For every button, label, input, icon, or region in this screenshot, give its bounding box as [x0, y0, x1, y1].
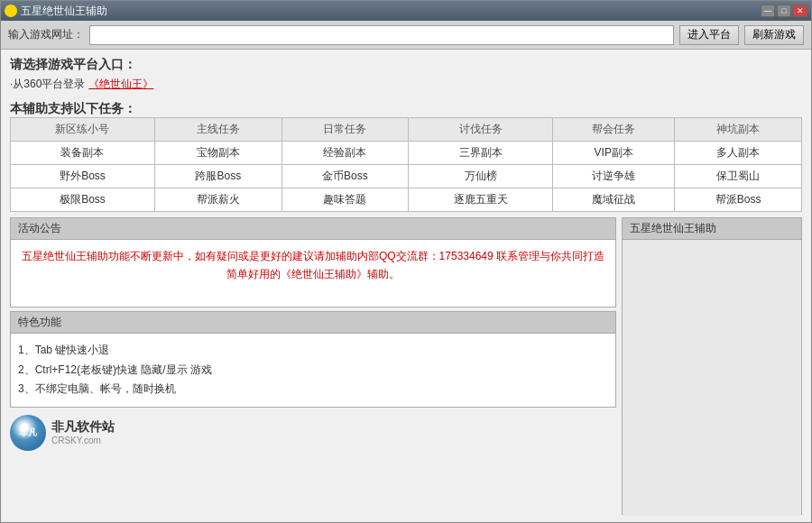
table-cell: 神坑副本 — [675, 118, 802, 142]
table-cell: 趣味答题 — [281, 188, 409, 212]
feature-item: 2、Ctrl+F12(老板键)快速 隐藏/显示 游戏 — [18, 361, 608, 381]
table-cell: 主线任务 — [154, 118, 281, 142]
logo-area: 非凡 非凡软件站 CRSKY.com — [10, 411, 616, 454]
table-cell: 金币Boss — [281, 165, 409, 188]
window-title: 五星绝世仙王辅助 — [21, 4, 107, 19]
table-cell: 宝物副本 — [154, 142, 281, 165]
table-row: 装备副本宝物副本经验副本三界副本VIP副本多人副本 — [11, 142, 802, 165]
feature-panel: 特色功能 1、Tab 键快速小退2、Ctrl+F12(老板键)快速 隐藏/显示 … — [10, 311, 616, 408]
refresh-game-button[interactable]: 刷新游戏 — [744, 25, 804, 45]
logo-main-text: 非凡软件站 — [51, 419, 115, 436]
table-row: 极限Boss帮派薪火趣味答题逐鹿五重天魔域征战帮派Boss — [11, 188, 802, 212]
table-cell: 帮派Boss — [675, 188, 802, 212]
activity-text: 五星绝世仙王辅助功能不断更新中，如有疑问或是更好的建议请加辅助内部QQ交流群：1… — [18, 247, 608, 284]
support-heading: 本辅助支持以下任务： — [10, 101, 802, 117]
title-bar-left: 五星绝世仙王辅助 — [5, 4, 107, 19]
table-cell: VIP副本 — [553, 142, 675, 165]
app-icon — [5, 5, 17, 17]
table-cell: 逐鹿五重天 — [409, 188, 553, 212]
window-controls: — □ ✕ — [761, 5, 807, 17]
feature-item: 1、Tab 键快速小退 — [18, 341, 608, 361]
activity-header: 活动公告 — [11, 218, 615, 240]
logo-sub-text: CRSKY.com — [51, 436, 115, 445]
table-cell: 野外Boss — [11, 165, 155, 188]
feature-header: 特色功能 — [11, 312, 615, 334]
bottom-area: 活动公告 五星绝世仙王辅助功能不断更新中，如有疑问或是更好的建议请加辅助内部QQ… — [10, 217, 802, 515]
title-bar: 五星绝世仙王辅助 — □ ✕ — [1, 1, 811, 21]
table-row: 野外Boss跨服Boss金币Boss万仙榜讨逆争雄保卫蜀山 — [11, 165, 802, 188]
activity-body: 五星绝世仙王辅助功能不断更新中，如有疑问或是更好的建议请加辅助内部QQ交流群：1… — [11, 240, 615, 291]
table-cell: 极限Boss — [11, 188, 155, 212]
table-cell: 保卫蜀山 — [675, 165, 802, 188]
close-button[interactable]: ✕ — [793, 5, 807, 17]
platform-section: 请选择游戏平台入口： ·从360平台登录 《绝世仙王》 — [10, 57, 802, 92]
logo-symbol: 非凡 — [19, 427, 37, 439]
table-cell: 帮会任务 — [553, 118, 675, 142]
left-panel: 活动公告 五星绝世仙王辅助功能不断更新中，如有疑问或是更好的建议请加辅助内部QQ… — [10, 217, 616, 515]
bullet-icon: ·从360平台登录 — [10, 77, 85, 92]
table-row: 新区练小号主线任务日常任务讨伐任务帮会任务神坑副本 — [11, 118, 802, 142]
table-cell: 多人副本 — [675, 142, 802, 165]
right-panel: 五星绝世仙王辅助 — [622, 217, 802, 515]
table-cell: 三界副本 — [409, 142, 553, 165]
toolbar: 输入游戏网址： 进入平台 刷新游戏 — [1, 21, 811, 50]
main-content: 请选择游戏平台入口： ·从360平台登录 《绝世仙王》 本辅助支持以下任务： 新… — [1, 50, 811, 522]
enter-platform-button[interactable]: 进入平台 — [679, 25, 739, 45]
table-cell: 帮派薪火 — [154, 188, 281, 212]
url-input[interactable] — [89, 25, 674, 45]
right-panel-section: 五星绝世仙王辅助 — [622, 217, 802, 515]
url-label: 输入游戏网址： — [8, 27, 84, 42]
table-cell: 讨伐任务 — [409, 118, 553, 142]
logo-icon: 非凡 — [10, 415, 46, 451]
activity-panel: 活动公告 五星绝世仙王辅助功能不断更新中，如有疑问或是更好的建议请加辅助内部QQ… — [10, 217, 616, 307]
platform-link[interactable]: 《绝世仙王》 — [88, 77, 153, 92]
table-cell: 讨逆争雄 — [553, 165, 675, 188]
feature-item: 3、不绑定电脑、帐号，随时换机 — [18, 380, 608, 399]
platform-heading: 请选择游戏平台入口： — [10, 57, 802, 73]
feature-body: 1、Tab 键快速小退2、Ctrl+F12(老板键)快速 隐藏/显示 游戏3、不… — [11, 334, 615, 407]
main-window: 五星绝世仙王辅助 — □ ✕ 输入游戏网址： 进入平台 刷新游戏 请选择游戏平台… — [0, 0, 812, 523]
minimize-button[interactable]: — — [761, 5, 775, 17]
table-cell: 装备副本 — [11, 142, 155, 165]
table-cell: 新区练小号 — [11, 118, 155, 142]
maximize-button[interactable]: □ — [777, 5, 791, 17]
logo-text-block: 非凡软件站 CRSKY.com — [51, 419, 115, 445]
task-table: 新区练小号主线任务日常任务讨伐任务帮会任务神坑副本装备副本宝物副本经验副本三界副… — [10, 117, 802, 212]
feature-list: 1、Tab 键快速小退2、Ctrl+F12(老板键)快速 隐藏/显示 游戏3、不… — [18, 341, 608, 399]
table-cell: 跨服Boss — [154, 165, 281, 188]
right-panel-body — [623, 240, 801, 516]
table-cell: 日常任务 — [281, 118, 409, 142]
right-panel-header: 五星绝世仙王辅助 — [623, 218, 801, 240]
table-cell: 经验副本 — [281, 142, 409, 165]
table-cell: 魔域征战 — [553, 188, 675, 212]
support-section: 本辅助支持以下任务： 新区练小号主线任务日常任务讨伐任务帮会任务神坑副本装备副本… — [10, 97, 802, 212]
platform-link-row: ·从360平台登录 《绝世仙王》 — [10, 77, 802, 92]
table-cell: 万仙榜 — [409, 165, 553, 188]
